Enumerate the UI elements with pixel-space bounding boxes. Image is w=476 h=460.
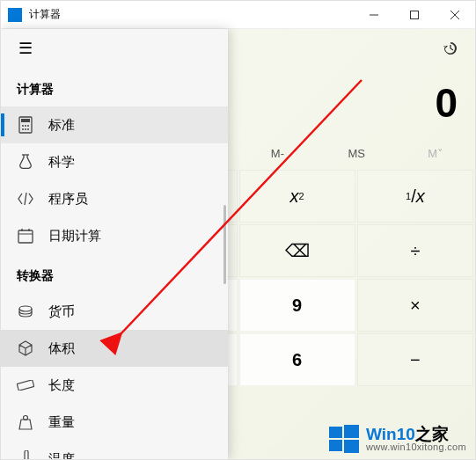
currency-icon — [17, 303, 34, 320]
section-calculator: 计算器 — [1, 68, 228, 106]
svg-point-7 — [25, 125, 26, 127]
scientific-icon — [17, 153, 34, 171]
svg-rect-18 — [17, 380, 33, 391]
nav-label: 温度 — [48, 451, 75, 460]
nav-label: 重量 — [48, 414, 75, 431]
nav-label: 科学 — [48, 154, 75, 171]
panel-top: ☰ — [1, 29, 228, 68]
nav-label: 程序员 — [48, 191, 88, 208]
svg-point-9 — [22, 128, 24, 130]
nav-label: 长度 — [48, 377, 75, 394]
active-indicator — [1, 113, 4, 136]
section-converter: 转换器 — [1, 254, 228, 293]
nav-label: 货币 — [48, 303, 75, 320]
volume-icon — [17, 340, 34, 357]
nav-label: 日期计算 — [48, 228, 101, 245]
app-icon — [8, 8, 22, 22]
svg-point-6 — [22, 125, 24, 127]
nav-volume[interactable]: 体积 — [1, 330, 228, 367]
nav-label: 标准 — [48, 117, 75, 134]
display-value: 0 — [435, 79, 458, 127]
window-title: 计算器 — [29, 7, 354, 22]
nav-programmer[interactable]: 程序员 — [1, 180, 228, 217]
svg-point-11 — [27, 128, 29, 130]
backspace-key[interactable]: ⌫ — [239, 224, 355, 277]
watermark: Win10之家 www.win10xitong.com — [329, 424, 466, 454]
svg-rect-1 — [411, 11, 419, 18]
standard-icon — [17, 116, 34, 134]
temperature-icon — [17, 450, 34, 459]
subtract-key[interactable]: − — [357, 333, 473, 386]
nav-label: 体积 — [48, 340, 75, 357]
svg-rect-13 — [18, 230, 33, 243]
nav-length[interactable]: 长度 — [1, 367, 228, 404]
svg-point-17 — [19, 306, 32, 311]
svg-rect-5 — [21, 119, 30, 122]
nav-currency[interactable]: 货币 — [1, 293, 228, 330]
panel-scrollbar[interactable] — [223, 205, 226, 284]
svg-point-8 — [27, 125, 29, 127]
key-6[interactable]: 6 — [239, 333, 355, 386]
nav-temperature[interactable]: 温度 — [1, 441, 228, 459]
svg-rect-22 — [344, 425, 359, 438]
svg-rect-21 — [329, 427, 342, 438]
length-icon — [17, 376, 34, 394]
history-button[interactable] — [433, 31, 468, 66]
nav-weight[interactable]: 重量 — [1, 404, 228, 441]
mminus-button[interactable]: M- — [238, 138, 317, 168]
minimize-button[interactable] — [354, 1, 394, 29]
nav-scientific[interactable]: 科学 — [1, 143, 228, 180]
panel-menu-button[interactable]: ☰ — [8, 31, 43, 66]
svg-point-10 — [25, 128, 26, 130]
calculator-window: 计算器 ☰ 0 MC MR M+ M- MS M˅ % √ x2 1/x CE … — [0, 0, 476, 460]
titlebar: 计算器 — [1, 1, 475, 29]
nav-standard[interactable]: 标准 — [1, 106, 228, 143]
mlist-button[interactable]: M˅ — [396, 138, 475, 168]
square-key[interactable]: x2 — [239, 170, 355, 223]
multiply-key[interactable]: × — [357, 279, 473, 332]
svg-rect-23 — [329, 440, 342, 451]
reciprocal-key[interactable]: 1/x — [357, 170, 473, 223]
watermark-text: Win10之家 www.win10xitong.com — [366, 426, 466, 452]
maximize-button[interactable] — [394, 1, 435, 29]
nav-panel: ☰ 计算器 标准 科学 程序员 日期计算 — [1, 29, 228, 459]
weight-icon — [17, 413, 34, 431]
close-button[interactable] — [435, 1, 475, 29]
date-icon — [17, 227, 34, 245]
programmer-icon — [17, 190, 34, 208]
nav-date[interactable]: 日期计算 — [1, 217, 228, 254]
svg-rect-24 — [344, 440, 359, 453]
divide-key[interactable]: ÷ — [357, 224, 473, 277]
windows-logo-icon — [329, 424, 359, 454]
key-9[interactable]: 9 — [239, 279, 355, 332]
ms-button[interactable]: MS — [317, 138, 396, 168]
